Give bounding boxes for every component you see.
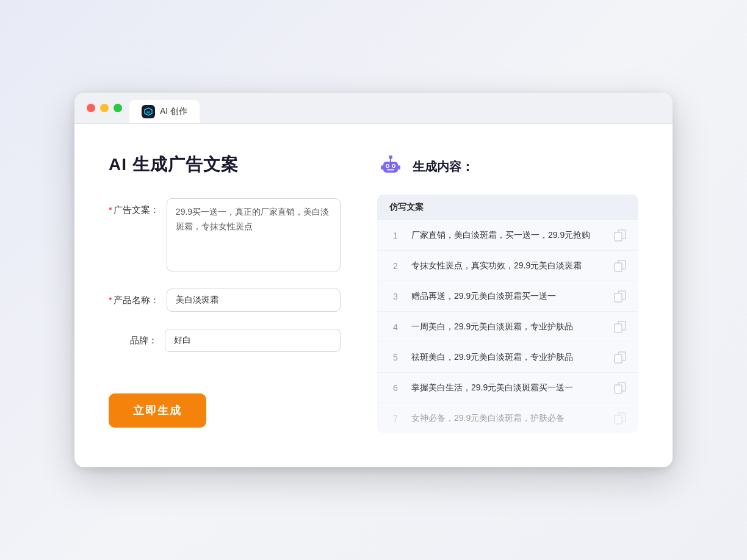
browser-window: AI AI 创作 AI 生成广告文案 *广告文案： 29.9买一送一，真正的厂家… bbox=[74, 93, 673, 467]
brand-label: 品牌： bbox=[109, 329, 157, 346]
result-text: 厂家直销，美白淡斑霜，买一送一，29.9元抢购 bbox=[411, 229, 604, 242]
result-number: 6 bbox=[389, 383, 402, 393]
svg-rect-17 bbox=[615, 293, 622, 302]
copy-icon[interactable] bbox=[614, 351, 626, 364]
maximize-button[interactable] bbox=[114, 104, 122, 112]
ad-copy-group: *广告文案： 29.9买一送一，真正的厂家直销，美白淡斑霜，专抹女性斑点 bbox=[109, 198, 341, 271]
brand-input[interactable] bbox=[165, 329, 341, 352]
svg-rect-25 bbox=[615, 415, 622, 424]
product-name-label: *产品名称： bbox=[109, 289, 159, 306]
svg-point-6 bbox=[393, 165, 395, 167]
result-text: 掌握美白生活，29.9元美白淡斑霜买一送一 bbox=[411, 381, 604, 394]
product-name-input[interactable] bbox=[167, 289, 341, 312]
result-item: 2 专抹女性斑点，真实功效，29.9元美白淡斑霜 bbox=[377, 251, 638, 281]
required-mark-ad: * bbox=[109, 204, 112, 215]
svg-rect-19 bbox=[615, 324, 622, 332]
result-text: 祛斑美白，29.9元美白淡斑霜，专业护肤品 bbox=[411, 351, 604, 364]
copy-icon[interactable] bbox=[614, 260, 626, 272]
result-item: 1 厂家直销，美白淡斑霜，买一送一，29.9元抢购 bbox=[377, 220, 638, 251]
result-item: 7 女神必备，29.9元美白淡斑霜，护肤必备 bbox=[377, 403, 638, 433]
page-title: AI 生成广告文案 bbox=[109, 153, 341, 176]
result-item: 5 祛斑美白，29.9元美白淡斑霜，专业护肤品 bbox=[377, 342, 638, 373]
result-number: 4 bbox=[389, 322, 402, 332]
result-number: 7 bbox=[389, 414, 402, 423]
result-number: 5 bbox=[389, 353, 402, 362]
copy-icon[interactable] bbox=[614, 229, 626, 242]
result-header: 生成内容： bbox=[377, 153, 638, 180]
robot-icon bbox=[377, 153, 404, 180]
result-container: 仿写文案 1 厂家直销，美白淡斑霜，买一送一，29.9元抢购 2 专抹女性斑点，… bbox=[377, 195, 638, 433]
result-number: 3 bbox=[389, 292, 402, 301]
result-text: 女神必备，29.9元美白淡斑霜，护肤必备 bbox=[411, 412, 604, 425]
result-number: 1 bbox=[389, 231, 402, 240]
generate-button[interactable]: 立即生成 bbox=[109, 393, 206, 428]
result-number: 2 bbox=[389, 261, 402, 271]
svg-point-5 bbox=[387, 165, 389, 167]
svg-rect-23 bbox=[615, 385, 622, 393]
product-name-group: *产品名称： bbox=[109, 289, 341, 312]
svg-rect-15 bbox=[615, 263, 622, 271]
svg-text:AI: AI bbox=[146, 110, 150, 114]
svg-rect-11 bbox=[398, 165, 400, 170]
required-mark-product: * bbox=[109, 295, 112, 305]
copy-icon[interactable] bbox=[614, 382, 626, 394]
brand-group: 品牌： bbox=[109, 329, 341, 352]
left-panel: AI 生成广告文案 *广告文案： 29.9买一送一，真正的厂家直销，美白淡斑霜，… bbox=[109, 153, 341, 433]
copy-icon[interactable] bbox=[614, 412, 626, 425]
close-button[interactable] bbox=[87, 104, 95, 112]
svg-rect-2 bbox=[383, 162, 398, 173]
result-text: 赠品再送，29.9元美白淡斑霜买一送一 bbox=[411, 290, 604, 303]
result-text: 专抹女性斑点，真实功效，29.9元美白淡斑霜 bbox=[411, 259, 604, 272]
result-table-header: 仿写文案 bbox=[377, 195, 638, 220]
result-item: 3 赠品再送，29.9元美白淡斑霜买一送一 bbox=[377, 281, 638, 312]
titlebar: AI AI 创作 bbox=[74, 93, 673, 124]
ad-copy-textarea[interactable]: 29.9买一送一，真正的厂家直销，美白淡斑霜，专抹女性斑点 bbox=[167, 198, 341, 271]
copy-icon[interactable] bbox=[614, 290, 626, 303]
copy-icon[interactable] bbox=[614, 321, 626, 333]
svg-point-9 bbox=[389, 156, 392, 159]
result-text: 一周美白，29.9元美白淡斑霜，专业护肤品 bbox=[411, 320, 604, 333]
result-list: 1 厂家直销，美白淡斑霜，买一送一，29.9元抢购 2 专抹女性斑点，真实功效，… bbox=[377, 220, 638, 433]
tab-label: AI 创作 bbox=[160, 106, 187, 117]
svg-rect-7 bbox=[387, 169, 394, 171]
minimize-button[interactable] bbox=[100, 104, 109, 112]
svg-rect-21 bbox=[615, 354, 622, 363]
ad-copy-label: *广告文案： bbox=[109, 198, 159, 216]
browser-tab[interactable]: AI AI 创作 bbox=[129, 100, 200, 123]
tab-icon: AI bbox=[142, 105, 155, 118]
result-title: 生成内容： bbox=[413, 159, 474, 175]
svg-rect-10 bbox=[381, 165, 383, 170]
result-item: 6 掌握美白生活，29.9元美白淡斑霜买一送一 bbox=[377, 373, 638, 403]
window-controls bbox=[87, 104, 122, 120]
right-panel: 生成内容： 仿写文案 1 厂家直销，美白淡斑霜，买一送一，29.9元抢购 2 专… bbox=[377, 153, 638, 433]
result-item: 4 一周美白，29.9元美白淡斑霜，专业护肤品 bbox=[377, 312, 638, 342]
main-content: AI 生成广告文案 *广告文案： 29.9买一送一，真正的厂家直销，美白淡斑霜，… bbox=[74, 124, 673, 467]
svg-rect-13 bbox=[615, 232, 622, 241]
